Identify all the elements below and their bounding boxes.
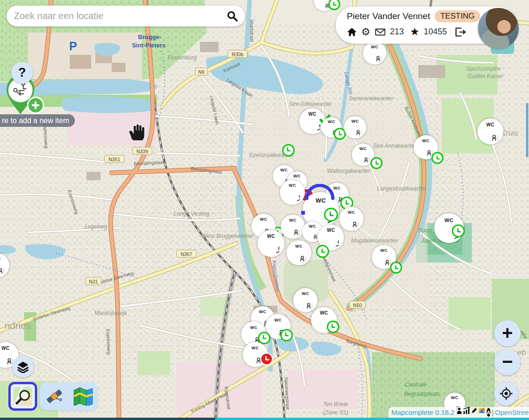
male-female-icon — [306, 229, 319, 239]
hand-cursor-icon — [126, 121, 145, 140]
wheelchair-icon — [285, 188, 300, 201]
opening-hours-open-badge — [452, 224, 465, 237]
wheelchair-icon — [263, 239, 279, 253]
license-icon[interactable]: A — [487, 408, 490, 417]
avatar[interactable] — [478, 8, 519, 49]
wc-marker-label: WC — [302, 292, 309, 296]
add-plus-icon[interactable] — [27, 97, 44, 114]
wc-marker-toilets[interactable]: WC — [281, 215, 305, 239]
wc-marker-label: WC — [1, 346, 10, 351]
wc-marker-label: WC — [293, 174, 301, 178]
male-female-icon — [482, 128, 499, 141]
opening-hours-open-badge — [328, 0, 340, 10]
changeset-count: 10455 — [423, 27, 447, 37]
opening-hours-open-badge — [370, 157, 383, 169]
plus-icon: + — [502, 323, 513, 342]
wc-marker-label: WC — [422, 139, 430, 143]
wc-marker-toilets[interactable]: WC — [286, 240, 311, 265]
user-name: Pieter Vander Vennet — [347, 11, 430, 21]
theme-progress-strip — [0, 418, 529, 420]
wc-marker-label: WC — [250, 326, 258, 330]
message-count: 213 — [390, 27, 404, 37]
opening-hours-open-badge — [390, 262, 402, 274]
wc-marker-toilets[interactable]: WC — [477, 118, 503, 144]
attribution-separator: | — [492, 408, 494, 416]
opening-hours-open-badge — [282, 144, 295, 157]
wc-marker-wheelchair[interactable]: WC — [280, 180, 305, 205]
wc-marker-label: WC — [380, 249, 388, 253]
basemap-option-osm-selected[interactable] — [8, 382, 37, 411]
wc-marker-toilets[interactable]: WC — [293, 288, 317, 312]
osm-magnifier-icon — [13, 386, 33, 407]
male-female-icon — [291, 249, 307, 262]
wc-marker-label: WC — [328, 120, 335, 124]
wc-marker-label: WC — [309, 224, 316, 229]
opening-hours-open-badge — [327, 321, 339, 333]
opening-hours-open-badge — [431, 152, 443, 164]
wc-marker-label: WC — [280, 168, 288, 172]
wc-marker-label: WC — [451, 396, 458, 400]
messages-icon[interactable] — [375, 27, 386, 37]
help-button[interactable]: ? — [11, 62, 33, 84]
testing-badge: TESTING — [435, 10, 480, 22]
wc-marker-label: WC — [289, 218, 297, 223]
search-icon[interactable] — [226, 10, 238, 22]
wc-marker-label: WC — [351, 119, 359, 124]
zoom-out-button[interactable]: − — [494, 349, 521, 375]
geolocate-button[interactable] — [494, 381, 518, 406]
opening-hours-open-badge — [324, 208, 338, 222]
male-female-icon — [356, 151, 370, 163]
basemap-selector — [40, 382, 98, 410]
wc-marker-label: WC — [260, 217, 267, 222]
wc-marker-label: WC — [308, 112, 317, 117]
basemap-option-satellite[interactable] — [44, 386, 65, 407]
star-icon[interactable]: ★ — [410, 26, 420, 38]
minus-icon: − — [502, 352, 513, 371]
basemap-option-map[interactable] — [73, 386, 94, 407]
male-female-icon — [367, 50, 383, 61]
zoom-in-button[interactable]: + — [494, 320, 521, 347]
wc-marker-wheelchair[interactable]: WC — [258, 230, 284, 257]
satellite-icon — [45, 387, 64, 406]
opening-hours-open-badge — [258, 332, 271, 344]
selected-element-arc — [305, 184, 335, 203]
male-female-icon — [298, 296, 313, 308]
wc-marker-toilets[interactable]: WC — [344, 116, 366, 138]
marker-layer: WC WC WC WC WC WC WC WC WC WC — [0, 0, 529, 420]
wc-marker-toilets[interactable]: WC — [363, 41, 386, 65]
statistics-icon[interactable] — [463, 407, 470, 414]
wc-marker-label: WC — [348, 210, 355, 215]
wc-marker-toilets[interactable]: WC — [0, 253, 9, 277]
opening-hours-closed-badge — [260, 353, 273, 365]
app-version[interactable]: Mapcomplete 0.18.2 — [391, 408, 455, 416]
app-window: Brugge-Sint-PietersPRustenburgSint-Gilli… — [0, 0, 529, 420]
wc-marker-label: WC — [295, 244, 303, 249]
wc-marker-label: WC — [371, 45, 378, 49]
search-bar[interactable] — [7, 6, 245, 26]
male-female-icon — [348, 124, 363, 135]
crosshair-icon — [499, 387, 513, 400]
male-female-icon — [418, 144, 434, 156]
theme-icon[interactable] — [478, 407, 485, 414]
contributor-icon[interactable] — [456, 407, 463, 414]
opening-hours-open-badge — [280, 329, 293, 341]
settings-gear-icon[interactable]: ⚙ — [361, 26, 370, 38]
search-input[interactable] — [13, 10, 226, 22]
edit-pencil-icon[interactable] — [471, 407, 478, 414]
opening-hours-open-badge — [316, 245, 329, 258]
wc-marker-label: WC — [259, 310, 266, 314]
home-icon[interactable] — [347, 27, 357, 37]
layers-button[interactable] — [12, 356, 34, 378]
osm-link[interactable]: OpenStreetMap — [495, 408, 529, 416]
male-female-icon — [285, 223, 301, 235]
wc-marker-label: WC — [320, 311, 328, 315]
logout-icon[interactable] — [455, 27, 466, 37]
wc-marker-toilets[interactable]: WC — [339, 207, 364, 231]
attribution-bar: Mapcomplete 0.18.2 A | OpenStreetMap — [389, 407, 529, 418]
wc-marker-label: WC — [327, 228, 335, 233]
selected-element-dot — [301, 211, 305, 215]
progress-dark — [0, 418, 215, 420]
male-female-icon — [0, 351, 14, 364]
wc-marker-label: WC — [251, 346, 259, 350]
wheelchair-icon — [304, 117, 320, 131]
